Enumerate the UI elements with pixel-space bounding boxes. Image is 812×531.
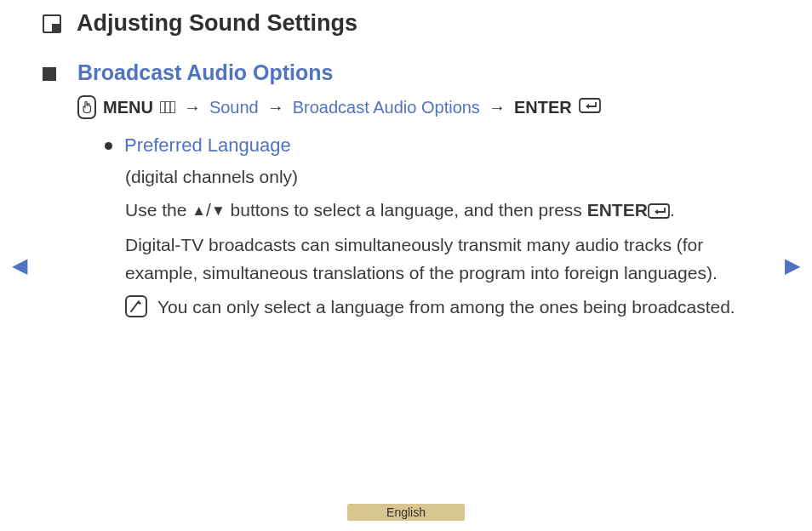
description-text: Digital-TV broadcasts can simultaneously… — [125, 231, 769, 287]
menu-label: MENU — [103, 98, 153, 117]
body-text: (digital channels only) Use the ▲/▼ butt… — [125, 163, 769, 322]
breadcrumb-broadcast-audio-options: Broadcast Audio Options — [293, 98, 480, 117]
up-arrow-icon: ▲ — [192, 203, 206, 219]
menu-path-breadcrumb: MENU → Sound → Broadcast Audio Options →… — [77, 95, 769, 119]
enter-icon — [648, 199, 670, 227]
svg-rect-0 — [160, 101, 175, 113]
enter-icon — [579, 98, 601, 117]
enter-label: ENTER — [514, 98, 572, 117]
page-title: Adjusting Sound Settings — [77, 10, 357, 37]
menu-grid-icon — [160, 98, 175, 117]
breadcrumb-arrow: → — [489, 98, 506, 117]
svg-rect-3 — [580, 99, 600, 112]
prev-page-arrow[interactable]: ◀ — [12, 254, 27, 277]
down-arrow-icon: ▼ — [211, 203, 226, 219]
remote-hand-icon — [77, 95, 96, 119]
instruction-prefix: Use the — [125, 200, 192, 220]
section-title: Broadcast Audio Options — [77, 60, 333, 85]
note-text: You can only select a language from amon… — [157, 294, 735, 322]
bullet-row: Preferred Language — [105, 134, 769, 157]
svg-rect-4 — [649, 204, 669, 218]
subtitle-text: (digital channels only) — [125, 163, 769, 191]
breadcrumb-sound: Sound — [209, 98, 259, 117]
breadcrumb-arrow: → — [184, 98, 201, 117]
language-footer[interactable]: English — [347, 504, 465, 521]
instruction-mid: buttons to select a language, and then p… — [226, 200, 587, 220]
round-bullet-icon — [105, 142, 112, 150]
instruction-text: Use the ▲/▼ buttons to select a language… — [125, 197, 769, 227]
next-page-arrow[interactable]: ▶ — [785, 254, 800, 277]
manual-page: Adjusting Sound Settings Broadcast Audio… — [0, 0, 812, 322]
enter-label-inline: ENTER — [587, 200, 648, 220]
title-row: Adjusting Sound Settings — [43, 10, 769, 37]
chapter-marker-icon — [43, 14, 61, 33]
preferred-language-section: Preferred Language (digital channels onl… — [105, 134, 769, 322]
note-row: You can only select a language from amon… — [125, 294, 769, 322]
note-icon — [125, 295, 147, 317]
instruction-suffix: . — [670, 200, 675, 220]
square-bullet-icon — [43, 67, 56, 81]
preferred-language-title: Preferred Language — [124, 134, 291, 157]
section-row: Broadcast Audio Options — [43, 60, 769, 85]
breadcrumb-arrow: → — [267, 98, 284, 117]
